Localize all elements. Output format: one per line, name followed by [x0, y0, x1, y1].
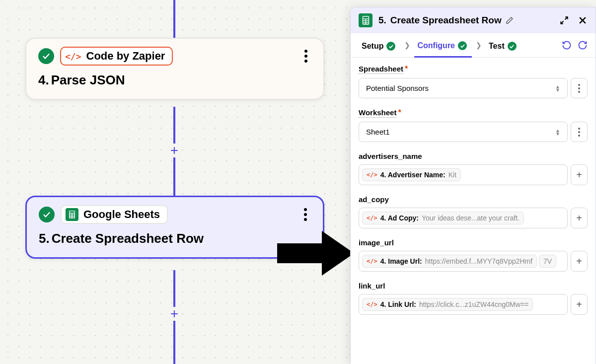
mapped-input[interactable]: </> 4. Image Url: https://embed.f...MYY7… — [359, 251, 568, 272]
app-chip-sheets[interactable]: Google Sheets — [61, 205, 168, 224]
panel-header: 5. Create Spreadsheet Row — [351, 7, 596, 33]
panel-tabs: Setup ❯ Configure ❯ Test — [351, 33, 596, 58]
app-label: Google Sheets — [83, 208, 160, 221]
field-spreadsheet: Spreadsheet* Potential Sponsors ▲▼ — [359, 65, 588, 98]
field-options-button[interactable] — [571, 78, 588, 98]
field-ad-copy: ad_copy </> 4. Ad Copy: Your ideas dese.… — [359, 195, 588, 228]
step-card-4[interactable]: </> Code by Zapier 4.Parse JSON — [25, 38, 324, 100]
tab-configure[interactable]: Configure — [414, 38, 472, 58]
code-icon: </> — [65, 51, 81, 62]
add-value-button[interactable]: + — [571, 251, 588, 272]
connector-line — [173, 157, 175, 196]
check-icon — [508, 42, 517, 51]
svg-marker-5 — [277, 231, 354, 276]
variable-pill[interactable]: </> 4. Advertiser Name: Kit — [362, 168, 461, 181]
field-worksheet: Worksheet* Sheet1 ▲▼ — [359, 108, 588, 142]
chevron-right-icon: ❯ — [474, 41, 484, 54]
annotation-arrow — [277, 228, 357, 278]
step-menu-button[interactable] — [300, 47, 311, 65]
sheets-icon — [359, 13, 372, 27]
add-step-button[interactable]: + — [167, 307, 181, 321]
connector-line — [173, 0, 175, 38]
field-options-button[interactable] — [571, 122, 588, 142]
panel-body: Spreadsheet* Potential Sponsors ▲▼ Works… — [351, 58, 596, 364]
check-icon — [386, 42, 395, 51]
close-button[interactable] — [578, 15, 588, 25]
updown-icon: ▲▼ — [555, 85, 560, 92]
required-indicator: * — [405, 65, 408, 73]
step-title: 4.Parse JSON — [38, 73, 311, 88]
field-advertisers-name: advertisers_name </> 4. Advertiser Name:… — [359, 152, 588, 185]
overflow-value: 7V — [539, 255, 556, 268]
worksheet-select[interactable]: Sheet1 ▲▼ — [359, 122, 568, 142]
field-label: ad_copy — [359, 195, 389, 204]
field-label: link_url — [359, 282, 385, 290]
mapped-input[interactable]: </> 4. Ad Copy: Your ideas dese...ate yo… — [359, 208, 568, 228]
workflow-canvas: </> Code by Zapier 4.Parse JSON + Google… — [0, 0, 348, 364]
success-check-icon — [39, 207, 55, 222]
connector-line — [173, 321, 175, 364]
edit-title-button[interactable] — [506, 16, 514, 24]
chevron-right-icon: ❯ — [402, 41, 412, 54]
code-icon: </> — [367, 301, 377, 308]
step-menu-button[interactable] — [300, 206, 311, 223]
code-icon: </> — [367, 171, 377, 178]
mapped-input[interactable]: </> 4. Advertiser Name: Kit — [359, 164, 568, 185]
updown-icon: ▲▼ — [555, 129, 560, 136]
tab-setup[interactable]: Setup — [359, 39, 400, 57]
mapped-input[interactable]: </> 4. Link Url: https://click.c...z1uZW… — [359, 294, 568, 315]
field-link-url: link_url </> 4. Link Url: https://click.… — [359, 282, 588, 315]
tab-test[interactable]: Test — [486, 39, 522, 57]
add-step-button[interactable]: + — [167, 144, 181, 157]
variable-pill[interactable]: </> 4. Image Url: https://embed.f...MYY7… — [362, 255, 537, 268]
field-image-url: image_url </> 4. Image Url: https://embe… — [359, 238, 588, 272]
variable-pill[interactable]: </> 4. Link Url: https://click.c...z1uZW… — [362, 298, 533, 311]
check-icon — [458, 41, 467, 50]
code-icon: </> — [367, 215, 377, 221]
add-value-button[interactable]: + — [571, 294, 588, 315]
required-indicator: * — [398, 108, 401, 117]
spreadsheet-select[interactable]: Potential Sponsors ▲▼ — [359, 78, 568, 98]
app-label: Code by Zapier — [86, 50, 165, 63]
panel-title: 5. Create Spreadsheet Row — [378, 15, 514, 26]
add-value-button[interactable]: + — [571, 164, 588, 185]
expand-button[interactable] — [560, 16, 569, 25]
connector-line — [173, 270, 175, 307]
step-detail-panel: 5. Create Spreadsheet Row Setup ❯ Config… — [350, 7, 596, 364]
sheets-icon — [66, 208, 78, 221]
field-label: Spreadsheet — [359, 65, 403, 74]
field-label: image_url — [359, 238, 394, 247]
field-label: Worksheet — [359, 108, 396, 118]
undo-button[interactable] — [562, 40, 572, 50]
success-check-icon — [38, 48, 54, 64]
step-title: 5.Create Spreadsheet Row — [39, 231, 311, 246]
code-icon: </> — [367, 258, 377, 265]
connector-line — [173, 107, 175, 144]
add-value-button[interactable]: + — [571, 208, 588, 228]
redo-button[interactable] — [578, 40, 588, 50]
field-label: advertisers_name — [359, 152, 422, 160]
variable-pill[interactable]: </> 4. Ad Copy: Your ideas dese...ate yo… — [362, 212, 524, 224]
app-chip-code[interactable]: </> Code by Zapier — [60, 47, 173, 66]
